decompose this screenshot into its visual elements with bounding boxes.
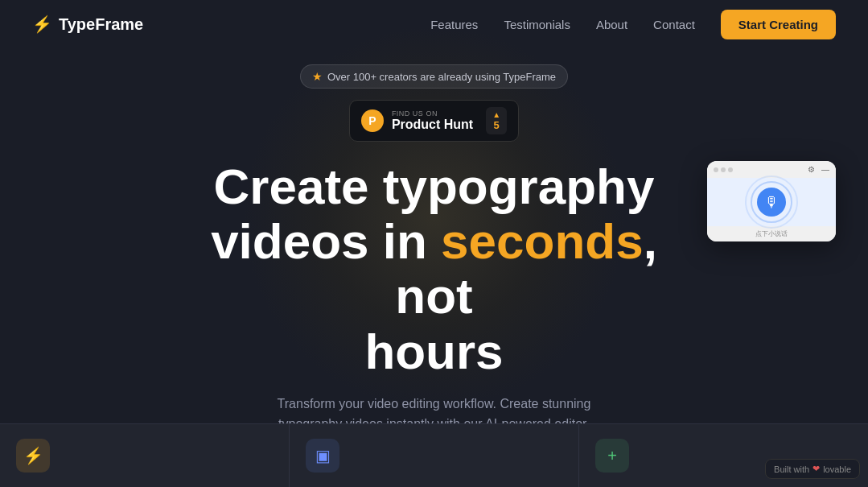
preview-gear-icon: ⚙ (808, 165, 815, 174)
feature-cards: ⚡ ▣ + (0, 423, 868, 487)
preview-dot-1 (714, 167, 718, 172)
product-hunt-button[interactable]: P FIND US ON Product Hunt ▲ 5 (349, 100, 519, 142)
nav-links: Features Testimonials About Contact Star… (430, 10, 836, 39)
nav-link-contact[interactable]: Contact (653, 18, 695, 31)
nav-link-testimonials[interactable]: Testimonials (504, 18, 570, 31)
preview-minimize-icon: — (821, 165, 829, 174)
logo[interactable]: ⚡ TypeFrame (32, 14, 143, 34)
feature-card-2: ▣ (290, 423, 579, 487)
lovable-brand: lovable (823, 464, 851, 474)
feature-icon-3: + (595, 439, 629, 473)
heart-icon: ❤ (812, 464, 820, 474)
preview-dot-2 (721, 167, 726, 172)
preview-content: 🎙 (707, 178, 836, 226)
heading-highlight: seconds (441, 213, 644, 269)
logo-text: TypeFrame (59, 15, 143, 34)
preview-mic-icon: 🎙 (757, 188, 786, 217)
creator-badge: ★ Over 100+ creators are already using T… (300, 64, 568, 89)
main-heading: Create typographyvideos in seconds, noth… (185, 159, 684, 379)
product-hunt-logo: P (361, 109, 384, 132)
feature-icon-1: ⚡ (16, 439, 50, 473)
logo-icon: ⚡ (32, 14, 52, 34)
product-hunt-text: FIND US ON Product Hunt (392, 109, 473, 132)
product-hunt-name: Product Hunt (392, 118, 473, 132)
vote-arrow-icon: ▲ (492, 110, 500, 119)
nav-link-features[interactable]: Features (430, 18, 478, 31)
product-hunt-votes: ▲ 5 (486, 107, 507, 134)
feature-card-1: ⚡ (0, 423, 290, 487)
nav-link-about[interactable]: About (596, 18, 627, 31)
nav-start-creating-button[interactable]: Start Creating (721, 10, 836, 39)
badge-star-icon: ★ (312, 70, 323, 83)
preview-controls: ⚙ — (808, 165, 829, 174)
product-hunt-find-label: FIND US ON (392, 109, 438, 118)
preview-card: ⚙ — 🎙 点下小说话 (707, 161, 836, 241)
badge-text: Over 100+ creators are already using Typ… (327, 71, 556, 83)
lovable-badge: Built with ❤ lovable (765, 459, 860, 479)
lovable-text: Built with (774, 464, 809, 474)
feature-icon-2: ▣ (306, 439, 339, 473)
navbar: ⚡ TypeFrame Features Testimonials About … (0, 0, 868, 48)
hero-section: ★ Over 100+ creators are already using T… (0, 48, 868, 487)
preview-dots (714, 167, 733, 172)
vote-count: 5 (494, 119, 500, 131)
preview-dot-3 (728, 167, 733, 172)
